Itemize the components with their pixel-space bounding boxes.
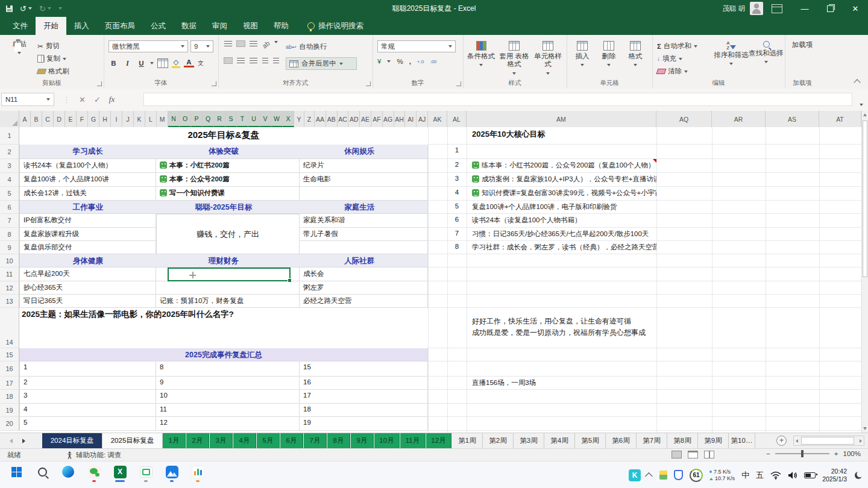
sheet-tab[interactable]: 3月 xyxy=(210,433,233,448)
row-header[interactable]: 4 xyxy=(0,173,19,187)
sheet-tab[interactable]: 11月 xyxy=(400,433,426,448)
align-top-icon[interactable] xyxy=(224,41,232,46)
horizontal-scrollbar-thumb[interactable] xyxy=(801,437,854,445)
spreadsheet-cell[interactable]: 2025年10大核心目标 xyxy=(467,127,656,145)
column-header[interactable]: P xyxy=(191,111,203,127)
insert-function-button[interactable]: fx xyxy=(109,95,115,104)
decrease-decimal-icon[interactable]: .00 xyxy=(430,59,436,64)
column-header[interactable]: B xyxy=(31,111,42,127)
sheet-tab[interactable]: 2024目标复盘 xyxy=(42,433,102,448)
prev-sheets-icon[interactable] xyxy=(10,439,13,443)
sheet-tab[interactable]: 第4周 xyxy=(544,433,575,448)
sheet-tab[interactable]: 第7周 xyxy=(637,433,667,448)
spreadsheet-cell[interactable]: 练本事：小红书200篇，公众号200篇（复盘100个人物） xyxy=(467,159,656,173)
spreadsheet-cell[interactable]: 2 xyxy=(447,159,467,173)
column-header[interactable]: AB xyxy=(326,111,338,127)
row-header[interactable]: 2 xyxy=(0,145,19,159)
font-color-button[interactable]: A xyxy=(184,58,194,67)
align-middle-icon[interactable] xyxy=(237,41,245,46)
addins-button[interactable]: 加载项 xyxy=(791,41,814,49)
category-header[interactable]: 理财财务 xyxy=(156,254,291,267)
spreadsheet-cell[interactable] xyxy=(156,281,300,295)
column-header[interactable]: AM xyxy=(467,111,656,127)
redo-button[interactable]: ↻ xyxy=(39,4,51,13)
column-header[interactable]: AA xyxy=(315,111,326,127)
column-header[interactable]: T xyxy=(237,111,248,127)
clear-button[interactable]: 清除 xyxy=(657,65,697,78)
number-format-select[interactable]: 常规 xyxy=(377,40,456,52)
spreadsheet-cell[interactable]: 12 xyxy=(156,417,300,431)
spreadsheet-cell[interactable]: 7 xyxy=(447,228,467,241)
spreadsheet-cell[interactable]: 生命电影 xyxy=(300,173,428,187)
vertical-scrollbar-thumb[interactable] xyxy=(863,120,867,277)
speaker-icon[interactable] xyxy=(788,471,797,480)
column-header[interactable]: Z xyxy=(304,111,315,127)
column-header[interactable]: AI xyxy=(405,111,417,127)
sheet-tab[interactable]: 4月 xyxy=(233,433,256,448)
spreadsheet-cell[interactable]: 5 xyxy=(447,201,467,214)
expand-formula-bar-icon[interactable] xyxy=(860,98,863,108)
scroll-left-icon[interactable] xyxy=(796,439,798,443)
column-header[interactable]: R xyxy=(214,111,225,127)
spreadsheet-cell[interactable]: 8 xyxy=(156,361,300,377)
horizontal-scrollbar[interactable] xyxy=(793,436,864,446)
align-left-icon[interactable] xyxy=(224,58,232,63)
spreadsheet-cell[interactable]: 11 xyxy=(156,404,300,417)
battery-icon[interactable] xyxy=(804,472,816,478)
category-header[interactable]: 聪聪-2025年目标 xyxy=(156,201,291,213)
row-header[interactable]: 15 xyxy=(0,348,19,361)
spreadsheet-cell[interactable]: 学习社群：成长会，粥左罗，读书（经典），必经之路天空营 xyxy=(467,241,656,254)
spreadsheet-cell[interactable]: 2 xyxy=(19,377,156,390)
column-header[interactable]: Q xyxy=(203,111,214,127)
column-header[interactable]: E xyxy=(65,111,77,127)
sheet-tab[interactable]: 第6周 xyxy=(606,433,637,448)
italic-button[interactable]: I xyxy=(122,60,133,67)
category-header-row[interactable]: 身体健康 理财财务 人际社群 xyxy=(19,254,428,267)
spreadsheet-cell[interactable]: 本事：小红书200篇 xyxy=(156,159,300,173)
column-header[interactable]: D xyxy=(54,111,65,127)
wrap-text-button[interactable]: ab↩ 自动换行 xyxy=(286,42,327,51)
column-header[interactable]: S xyxy=(225,111,237,127)
edge-button[interactable] xyxy=(60,465,76,482)
scroll-up-icon[interactable] xyxy=(863,113,867,116)
column-header[interactable]: AG xyxy=(383,111,394,127)
sheet-tab[interactable]: 7月 xyxy=(304,433,327,448)
formula-input[interactable] xyxy=(143,93,852,106)
doc-tray-icon[interactable] xyxy=(659,471,667,480)
spreadsheet-cell[interactable]: 1 xyxy=(19,361,156,377)
column-header[interactable]: AS xyxy=(766,111,819,127)
align-bottom-icon[interactable] xyxy=(250,41,257,46)
save-button[interactable] xyxy=(6,5,13,12)
minimize-button[interactable]: — xyxy=(792,0,817,17)
row-header[interactable]: 12 xyxy=(0,281,19,295)
font-name-select[interactable]: 微软雅黑 xyxy=(108,40,188,52)
category-header[interactable]: 休闲娱乐 xyxy=(292,145,427,158)
sheet-tab[interactable]: 12月 xyxy=(426,433,451,448)
paste-button[interactable]: 粘贴 xyxy=(5,40,34,56)
spreadsheet-cell[interactable]: 本事：公众号200篇 xyxy=(156,173,300,187)
row-header[interactable]: 20 xyxy=(0,417,19,431)
spreadsheet-cell[interactable]: 成长会12讲，过钱关 xyxy=(19,187,156,201)
spreadsheet-cell[interactable]: 读书24本（读复盘100个人物书籍） xyxy=(467,214,656,228)
row-header[interactable]: 19 xyxy=(0,404,19,417)
spreadsheet-cell[interactable]: 6 xyxy=(447,214,467,228)
next-sheets-icon[interactable] xyxy=(22,439,25,443)
ribbon-tab[interactable]: 开始 xyxy=(36,17,66,35)
column-header[interactable]: L xyxy=(145,111,157,127)
format-cells-button[interactable]: 格式 xyxy=(623,41,647,69)
video-app-tray-icon[interactable]: K xyxy=(629,469,641,481)
ribbon-tab[interactable]: 文件 xyxy=(5,17,36,35)
phonetic-button[interactable]: 文 xyxy=(198,59,204,67)
column-header[interactable]: J xyxy=(122,111,134,127)
spreadsheet-cell[interactable]: 必经之路天空营 xyxy=(300,295,428,308)
sheet-tab[interactable]: 第5周 xyxy=(575,433,606,448)
orientation-icon[interactable]: ab xyxy=(261,39,271,49)
spreadsheet-cell[interactable]: 16 xyxy=(300,377,428,390)
cut-button[interactable]: ✂剪切 xyxy=(37,40,69,52)
column-header[interactable]: AT xyxy=(819,111,861,127)
tell-me-search[interactable]: 操作说明搜索 xyxy=(307,21,363,31)
spreadsheet-cell[interactable]: 19 xyxy=(300,417,428,431)
spreadsheet-cell[interactable]: 写一个知识付费课 xyxy=(156,187,300,201)
spreadsheet-cell[interactable]: 抄心经365天 xyxy=(19,281,156,295)
align-center-icon[interactable] xyxy=(237,58,245,63)
